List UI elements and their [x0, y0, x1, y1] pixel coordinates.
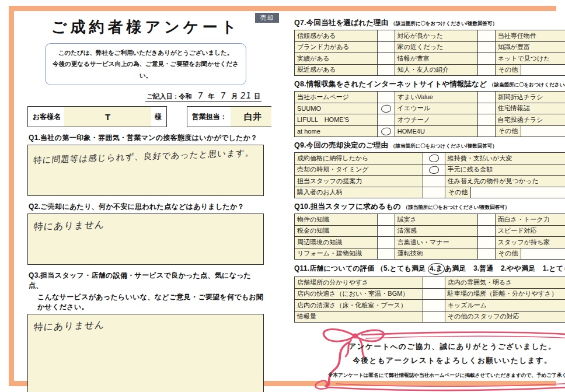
- q10-options-table: 物件の知識誠実さ面白さ・トーク力税金の知識清潔感スピード対応周辺環境の知識言葉遣…: [294, 214, 565, 260]
- q7-title: Q7.今回当社を選ばれた理由: [294, 19, 389, 27]
- option-label: 知人・友人の紹介: [395, 64, 477, 76]
- survey-page-left: 売却 ご成約者様アンケート このたびは、弊社をご利用いただきありがとうございまし…: [14, 11, 271, 381]
- table-row: 店舗場所の分かりやすさ店内の雰囲気・明るさ: [295, 277, 565, 289]
- option-label: 維持費・支払いが大変: [445, 153, 565, 164]
- q3-label-line2: こんなサービスがあったらいいな、などご意見・ご要望を何でもお聞かせください。: [29, 292, 264, 312]
- option-label: 税金の知識: [295, 225, 378, 237]
- sales-agent-field: 営業担当： 白井: [187, 106, 275, 127]
- month-unit-label: 月: [231, 93, 238, 100]
- q9-heading: Q9.今回の売却決定のご理由 （該当箇所に〇をおつけください/複数回答可）: [294, 141, 565, 150]
- answer-mark-cell: [378, 214, 395, 226]
- day-unit-label: 日: [254, 93, 260, 100]
- options-table: 物件の知識誠実さ面白さ・トーク力税金の知識清潔感スピード対応周辺環境の知識言葉遣…: [294, 214, 565, 260]
- table-row: 税金の知識清潔感スピード対応: [295, 225, 565, 237]
- q7-heading: Q7.今回当社を選ばれた理由 （該当箇所に〇をおつけください/複数回答可）: [294, 18, 565, 28]
- other-option-label: その他: [496, 249, 522, 260]
- table-row: at homeHOME4Uその他: [295, 125, 565, 137]
- answer-mark-cell: [423, 187, 445, 198]
- table-row: LIFULL HOME'Sオウチーノ自宅投函チラシ: [295, 114, 565, 126]
- handwritten-circle-mark: [428, 165, 440, 174]
- table-row: SUUMOイエウール住宅情報誌: [295, 103, 565, 114]
- option-label: スタッフが持ち家: [495, 237, 565, 249]
- q2-handwritten-answer: 特にありません: [33, 219, 106, 233]
- option-label: 親近感がある: [295, 64, 378, 76]
- option-label: 住宅情報誌: [495, 103, 565, 114]
- answer-mark-cell: [423, 277, 445, 289]
- name-fields-row: お客様名 T 様 営業担当： 白井: [27, 106, 264, 127]
- answer-mark-cell: [478, 103, 496, 114]
- fill-date: ご記入日：令和 7 年 7 月 21 日: [145, 90, 261, 102]
- sale-type-badge: 売却: [255, 13, 279, 23]
- handwritten-month: 7: [216, 90, 230, 102]
- table-row: 購入者のお人柄その他: [295, 187, 565, 198]
- option-label: 清潔感: [395, 225, 477, 237]
- marked-answer-cell: [423, 164, 445, 176]
- marked-answer-cell: [423, 153, 445, 164]
- option-label: 実績がある: [295, 53, 378, 65]
- survey-page-right: Q7.今回当社を選ばれた理由 （該当箇所に〇をおつけください/複数回答可） 信頼…: [271, 11, 565, 381]
- table-row: 情報量その他のスタッフの対応: [295, 311, 565, 323]
- other-option-cell: その他: [495, 64, 565, 76]
- q7-options-table: 信頼感がある対応が良かった当社専任物件ブランド力がある家の近くだった知識が豊富実…: [294, 30, 565, 76]
- q1-label: Q1.当社の第一印象・雰囲気・営業マンの接客態度はいかがでしたか？: [29, 133, 264, 143]
- option-label: ブランド力がある: [295, 41, 378, 53]
- handwritten-circle-mark: [381, 104, 392, 113]
- option-label: at home: [295, 125, 378, 137]
- answer-mark-cell: [378, 64, 395, 76]
- option-label: スピード対応: [495, 225, 565, 237]
- q3-label-line1: Q3.担当スタッフ・店舗の設備・サービスで良かった点、気になった点、: [29, 271, 264, 290]
- q7-note: （該当箇所に〇をおつけください/複数回答可）: [390, 20, 497, 26]
- answer-mark-cell: [378, 92, 395, 103]
- answer-mark-cell: [478, 214, 496, 226]
- option-label: その他のスタッフの対応: [445, 311, 565, 323]
- date-prefix-label: ご記入日：令和: [147, 93, 191, 100]
- options-table: 当社ホームページすまいValue新聞折込チラシSUUMOイエウール住宅情報誌LI…: [294, 91, 565, 137]
- handwritten-year: 7: [193, 90, 207, 102]
- answer-mark-cell: [378, 237, 395, 249]
- scanned-survey-sheet: 売却 ご成約者様アンケート このたびは、弊社をご利用いただきありがとうございまし…: [0, 0, 565, 392]
- option-label: 運転技術: [395, 248, 477, 260]
- option-label: 自宅投函チラシ: [495, 114, 565, 126]
- marked-answer-cell: [378, 103, 395, 114]
- option-label: 知識が豊富: [495, 41, 565, 53]
- q10-section: Q10.担当スタッフに求めるもの （該当箇所に〇をおつけください/複数回答可） …: [294, 202, 565, 260]
- option-label: リフォーム・建物知識: [295, 248, 378, 260]
- anonymity-note: ※本アンケートは匿名にて弊社情報誌や当社ホームページに掲載させていただきますので…: [328, 372, 565, 379]
- answer-mark-cell: [478, 248, 496, 260]
- option-label: 成約価格に納得したから: [295, 153, 423, 164]
- q8-heading: Q8.情報収集をされたインターネットサイトや情報誌など （該当箇所に〇をおつけく…: [294, 79, 565, 89]
- handwritten-day: 21: [239, 90, 253, 102]
- q11-scale-before: （5.とても満足: [376, 264, 428, 272]
- q7-section: Q7.今回当社を選ばれた理由 （該当箇所に〇をおつけください/複数回答可） 信頼…: [294, 18, 565, 76]
- option-label: すまいValue: [395, 92, 477, 103]
- answer-mark-cell: [478, 237, 496, 249]
- q8-note: （該当箇所に〇をおつけください/複数回答可）: [489, 82, 565, 88]
- options-table: 信頼感がある対応が良かった当社専任物件ブランド力がある家の近くだった知識が豊富実…: [294, 30, 565, 76]
- customer-name-label: お客様名: [28, 107, 64, 127]
- q8-options-table: 当社ホームページすまいValue新聞折込チラシSUUMOイエウール住宅情報誌LI…: [294, 91, 565, 137]
- q9-title: Q9.今回の売却決定のご理由: [294, 141, 388, 149]
- option-label: 家の近くだった: [395, 41, 477, 53]
- q10-title: Q10.担当スタッフに求めるもの: [294, 202, 401, 211]
- q8-title: Q8.情報収集をされたインターネットサイトや情報誌など: [294, 80, 487, 88]
- q11-section: Q11.店舗についての評価 （5.とても満足 4.まあ満足 3.普通 2.やや満…: [294, 263, 565, 323]
- q2-answer-box: 特にありません: [27, 214, 264, 265]
- q11-options-table: 店舗場所の分かりやすさ店内の雰囲気・明るさ店内の快適さ（におい・室温・BGM）駐…: [294, 276, 565, 323]
- answer-mark-cell: [478, 125, 496, 137]
- option-label: LIFULL HOME'S: [295, 114, 378, 126]
- q9-note: （該当箇所に〇をおつけください/複数回答可）: [390, 143, 497, 149]
- orange-border-frame: 売却 ご成約者様アンケート このたびは、弊社をご利用いただきありがとうございまし…: [9, 6, 556, 386]
- other-option-cell: その他: [495, 248, 565, 260]
- handwritten-circle-mark: [428, 154, 440, 163]
- fill-date-row: ご記入日：令和 7 年 7 月 21 日: [27, 90, 261, 102]
- answer-mark-cell: [378, 225, 395, 237]
- option-label: 情報量: [295, 311, 423, 323]
- table-row: 親近感がある知人・友人の紹介その他: [295, 64, 565, 76]
- customer-name-field: お客様名 T 様: [27, 106, 167, 127]
- other-option-label: その他: [496, 126, 522, 137]
- option-label: 住み替え先の物件が見つかった: [445, 176, 565, 187]
- option-label: 物件の知識: [295, 214, 378, 226]
- table-row: 実績がある情報が豊富ネットで見つけた: [295, 53, 565, 65]
- customer-name-suffix: 様: [151, 107, 166, 127]
- q8-section: Q8.情報収集をされたインターネットサイトや情報誌など （該当箇所に〇をおつけく…: [294, 79, 565, 137]
